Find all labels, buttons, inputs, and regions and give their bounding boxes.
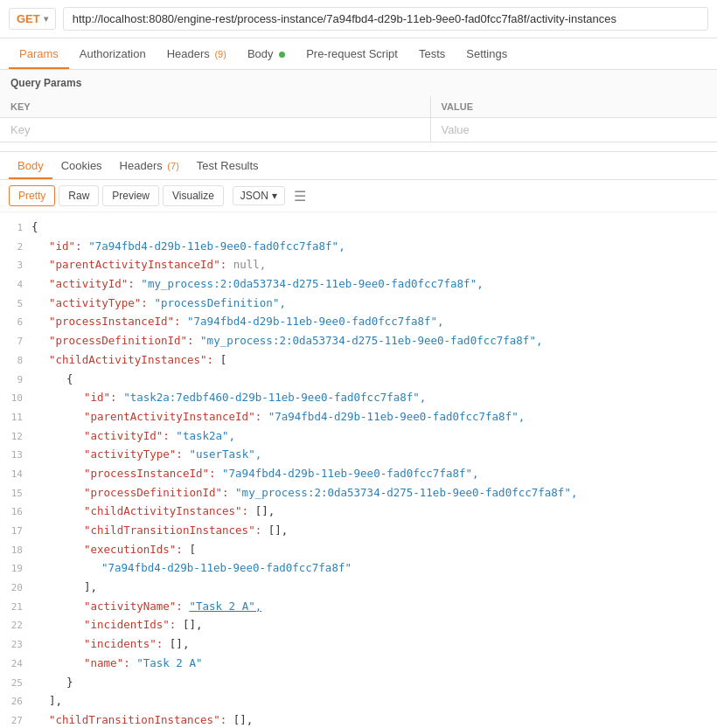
json-value: [	[189, 543, 196, 556]
query-params-section: Query Params KEY VALUE Key Value	[0, 70, 717, 142]
json-content: "activityId": "my_process:2:0da53734-d27…	[31, 274, 484, 293]
json-key: "name":	[84, 656, 136, 669]
json-line: 6"processInstanceId": "7a94fbd4-d29b-11e…	[0, 312, 717, 331]
headers-badge: (9)	[214, 49, 226, 59]
json-content: "processDefinitionId": "my_process:2:0da…	[31, 483, 577, 502]
response-tab-cookies[interactable]: Cookies	[52, 152, 111, 179]
line-number: 23	[3, 637, 31, 654]
format-label: JSON	[240, 190, 268, 202]
json-content: "processInstanceId": "7a94fbd4-d29b-11eb…	[31, 312, 444, 330]
preview-button[interactable]: Preview	[102, 185, 159, 206]
json-key: "childTransitionInstances":	[49, 713, 233, 726]
json-content: }	[31, 673, 73, 691]
json-value: "userTask",	[189, 447, 261, 461]
tab-tests[interactable]: Tests	[408, 38, 456, 69]
line-number: 19	[3, 561, 31, 578]
json-key: "activityId":	[84, 429, 176, 442]
json-value: "my_process:2:0da53734-d275-11eb-9ee0-fa…	[141, 277, 483, 290]
json-key: "activityId":	[49, 277, 141, 290]
tab-body[interactable]: Body	[237, 38, 296, 69]
url-input[interactable]	[63, 7, 708, 31]
line-number: 27	[3, 713, 31, 728]
tab-pre-request[interactable]: Pre-request Script	[296, 38, 408, 69]
body-dot	[279, 52, 285, 58]
line-number: 15	[3, 486, 31, 503]
line-number: 6	[3, 315, 31, 331]
filter-icon[interactable]: ☰	[294, 188, 306, 205]
line-number: 4	[3, 277, 31, 294]
line-number: 12	[3, 429, 31, 446]
json-line: 18"executionIds": [	[0, 540, 717, 559]
url-bar: GET ▾	[0, 0, 717, 38]
tab-settings[interactable]: Settings	[456, 38, 518, 69]
json-key: "processInstanceId":	[49, 315, 187, 328]
json-line: 27"childTransitionInstances": [],	[0, 711, 717, 728]
json-value: "task2a:7edbf460-d29b-11eb-9ee0-fad0fcc7…	[123, 391, 426, 404]
json-value: "task2a",	[176, 429, 235, 442]
json-line: 4"activityId": "my_process:2:0da53734-d2…	[0, 274, 717, 294]
format-select[interactable]: JSON ▾	[233, 186, 285, 205]
json-line: 12"activityId": "task2a",	[0, 426, 717, 446]
json-value: "7a94fbd4-d29b-11eb-9ee0-fad0fcc7fa8f",	[187, 315, 444, 328]
json-line: 21"activityName": "Task 2 A",	[0, 597, 717, 616]
line-number: 1	[3, 220, 31, 237]
json-key: "childActivityInstances":	[84, 504, 255, 517]
json-key: "id":	[84, 391, 123, 404]
json-content: {	[31, 370, 73, 388]
json-key: "processDefinitionId":	[49, 334, 200, 347]
json-content: "incidentIds": [],	[31, 615, 202, 634]
json-content: "childTransitionInstances": [],	[31, 521, 288, 539]
json-line: 7"processDefinitionId": "my_process:2:0d…	[0, 331, 717, 350]
json-key: "id":	[49, 239, 88, 253]
raw-button[interactable]: Raw	[59, 185, 99, 206]
json-line: 11"parentActivityInstanceId": "7a94fbd4-…	[0, 407, 717, 426]
tab-params[interactable]: Params	[9, 38, 69, 69]
json-line: 14"processInstanceId": "7a94fbd4-d29b-11…	[0, 464, 717, 483]
visualize-button[interactable]: Visualize	[163, 185, 224, 206]
tab-headers[interactable]: Headers (9)	[157, 38, 237, 69]
method-label: GET	[17, 12, 40, 25]
value-placeholder[interactable]: Value	[430, 118, 717, 142]
json-value: [],	[268, 523, 289, 537]
col-value-header: VALUE	[430, 96, 717, 118]
json-line: 22"incidentIds": [],	[0, 615, 717, 634]
tab-authorization[interactable]: Authorization	[69, 38, 157, 69]
response-section: Body Cookies Headers (7) Test Results Pr…	[0, 151, 717, 728]
json-content: "activityName": "Task 2 A",	[31, 597, 261, 615]
json-key: "parentActivityInstanceId":	[49, 258, 233, 271]
json-line: 16"childActivityInstances": [],	[0, 502, 717, 521]
json-content: "activityId": "task2a",	[31, 426, 235, 445]
json-content: "childActivityInstances": [	[31, 350, 226, 369]
line-number: 25	[3, 676, 31, 692]
table-row: Key Value	[0, 118, 717, 142]
line-number: 22	[3, 618, 31, 634]
line-number: 18	[3, 543, 31, 559]
json-content: ],	[31, 578, 97, 596]
json-key: "incidents":	[84, 637, 170, 650]
response-tab-headers[interactable]: Headers (7)	[111, 152, 188, 179]
json-content: "id": "task2a:7edbf460-d29b-11eb-9ee0-fa…	[31, 388, 426, 406]
line-number: 2	[3, 239, 31, 256]
line-number: 11	[3, 410, 31, 426]
json-value: "Task 2 A"	[136, 656, 202, 669]
response-tab-body[interactable]: Body	[9, 152, 52, 179]
json-line: 19"7a94fbd4-d29b-11eb-9ee0-fad0fcc7fa8f"	[0, 558, 717, 578]
key-placeholder[interactable]: Key	[0, 118, 430, 142]
json-value: "7a94fbd4-d29b-11eb-9ee0-fad0fcc7fa8f",	[88, 239, 345, 253]
json-value: [],	[233, 713, 254, 726]
json-content: "id": "7a94fbd4-d29b-11eb-9ee0-fad0fcc7f…	[31, 237, 345, 255]
json-line: 23"incidents": [],	[0, 634, 717, 654]
json-key: "activityName":	[84, 600, 189, 613]
method-select[interactable]: GET ▾	[9, 8, 56, 30]
json-content: "name": "Task 2 A"	[31, 654, 202, 672]
line-number: 5	[3, 296, 31, 313]
json-content: "parentActivityInstanceId": null,	[31, 255, 266, 274]
json-content: "processInstanceId": "7a94fbd4-d29b-11eb…	[31, 464, 479, 482]
response-tab-test-results[interactable]: Test Results	[188, 152, 268, 179]
pretty-button[interactable]: Pretty	[9, 185, 55, 206]
json-content: ],	[31, 691, 62, 710]
json-line: 24"name": "Task 2 A"	[0, 654, 717, 673]
json-content: "activityType": "processDefinition",	[31, 294, 286, 312]
json-content: {	[31, 218, 38, 236]
json-line: 5"activityType": "processDefinition",	[0, 294, 717, 313]
